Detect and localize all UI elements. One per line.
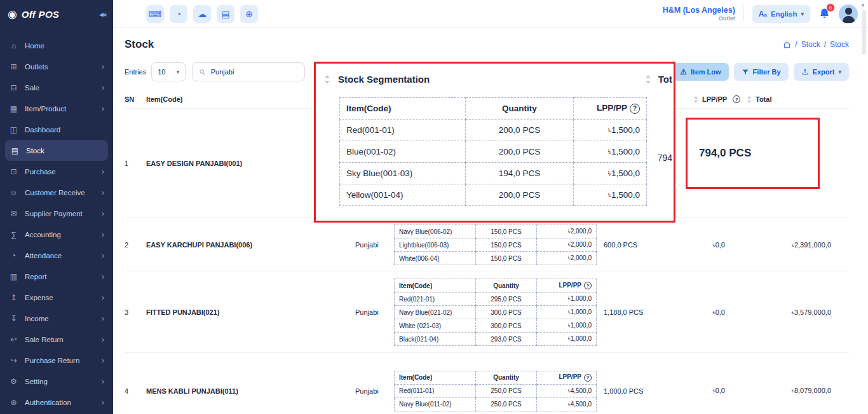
segment-item: Navy Blue(021-02) bbox=[395, 306, 476, 319]
segment-row: Blue(001-02)200,0 PCS৳1,500,0 bbox=[340, 141, 647, 163]
sidebar-item-sale[interactable]: ⊟Sale› bbox=[0, 77, 113, 98]
breadcrumb-stock[interactable]: Stock bbox=[801, 40, 820, 49]
sidebar: ⌂Home⊞Outlets›⊟Sale›▦Item/Product›◫Dashb… bbox=[0, 28, 113, 414]
home-icon[interactable] bbox=[783, 41, 791, 49]
category-cell: Punjabi bbox=[346, 241, 394, 249]
globe-icon: ⊕ bbox=[245, 9, 253, 19]
globe-button[interactable]: ⊕ bbox=[240, 5, 258, 23]
sidebar-item-label: Sale Return bbox=[25, 336, 64, 343]
outlet-name: H&M (Los Angeles) bbox=[663, 6, 735, 15]
clipped-total-header: Tot bbox=[658, 74, 672, 85]
chevron-right-icon: › bbox=[102, 293, 104, 301]
segmentation-cell: Item(Code)QuantityLPP/PP?Red(011-01)250,… bbox=[394, 371, 604, 411]
outlet-selector[interactable]: H&M (Los Angeles) Outlet bbox=[663, 6, 735, 22]
sidebar-item-accounting[interactable]: ∑Accounting› bbox=[0, 224, 113, 245]
customer-receive-icon: ☺ bbox=[9, 188, 18, 197]
top-bar: ◉ Off POS ◂≡ ⌨◔☁▤⊕ H&M (Los Angeles) Out… bbox=[0, 0, 868, 28]
segment-item: White (021-03) bbox=[395, 319, 476, 333]
export-button[interactable]: Export ▾ bbox=[794, 63, 849, 81]
entries-select[interactable]: 10 ▾ bbox=[151, 62, 186, 81]
scrollbar-up-arrow[interactable]: ▲ bbox=[860, 2, 865, 8]
outlet-label: Outlet bbox=[663, 15, 735, 22]
clock-button[interactable]: ◔ bbox=[170, 5, 187, 23]
total-cell: ৳2,391,000,0 bbox=[747, 241, 849, 249]
sidebar-item-item-product[interactable]: ▦Item/Product› bbox=[0, 98, 113, 119]
segment-lpp: ৳4,500,0 bbox=[537, 397, 597, 411]
segment-item: Yellow(001-04) bbox=[340, 184, 466, 206]
sidebar-item-dashboard[interactable]: ◫Dashboard bbox=[0, 119, 113, 140]
magnified-header: Stock Segmentation Tot bbox=[316, 64, 674, 85]
segment-quantity: 150,0 PCS bbox=[476, 252, 537, 265]
segment-quantity: 200,0 PCS bbox=[466, 120, 574, 141]
sidebar-collapse-icon[interactable]: ◂≡ bbox=[99, 10, 105, 19]
purchase-return-icon: ↪ bbox=[9, 356, 18, 365]
item-low-button[interactable]: ⚠ Item Low bbox=[672, 63, 728, 81]
sidebar-item-income[interactable]: ↧Income› bbox=[0, 308, 113, 329]
lpp-cell: ৳0,0 bbox=[683, 241, 747, 249]
sidebar-item-sale-return[interactable]: ↩Sale Return› bbox=[0, 329, 113, 350]
attendance-icon: ◔ bbox=[9, 251, 18, 260]
sidebar-item-expense[interactable]: ↥Expense› bbox=[0, 287, 113, 308]
col-header-lpp[interactable]: LPP/PP ? bbox=[683, 95, 747, 104]
segmentation-table: Navy Blue(006-02)150,0 PCS৳2,000,0Lightb… bbox=[394, 224, 597, 265]
segment-row: Navy Blue(006-02)150,0 PCS৳2,000,0 bbox=[395, 225, 597, 238]
language-selector[interactable]: Aa English ▾ bbox=[752, 5, 810, 23]
outlets-icon: ⊞ bbox=[9, 62, 18, 71]
sort-icon bbox=[325, 74, 332, 85]
seg-header-lpp: LPP/PP? bbox=[537, 371, 597, 384]
sidebar-item-label: Sale bbox=[25, 84, 39, 92]
segment-row: White (021-03)300,0 PCS৳1,000,0 bbox=[395, 319, 597, 333]
segment-quantity: 293,0 PCS bbox=[476, 333, 537, 346]
segment-row: Yellow(001-04)200,0 PCS৳1,500,0 bbox=[340, 184, 647, 206]
seg-header-lpp: LPP/PP? bbox=[574, 98, 647, 120]
segment-item: Black(021-04) bbox=[395, 333, 476, 346]
clipped-row-total: 794 bbox=[658, 153, 672, 163]
sidebar-item-customer-receive[interactable]: ☺Customer Receive› bbox=[0, 182, 113, 203]
seg-header-quantity: Quantity bbox=[466, 98, 574, 120]
chevron-right-icon: › bbox=[102, 104, 104, 113]
keyboard-button[interactable]: ⌨ bbox=[146, 5, 164, 23]
user-avatar[interactable] bbox=[839, 4, 858, 24]
cloud-icon: ☁ bbox=[198, 9, 207, 19]
seg-header-item: Item(Code) bbox=[395, 279, 476, 293]
sidebar-item-purchase[interactable]: ⊡Purchase› bbox=[0, 161, 113, 182]
sidebar-item-report[interactable]: ▥Report› bbox=[0, 266, 113, 287]
segment-item: Red(001-01) bbox=[340, 120, 466, 141]
segment-item: Navy Blue(011-02) bbox=[395, 397, 476, 411]
total-cell: ৳3,579,000,0 bbox=[747, 308, 849, 317]
segmentation-cell: Navy Blue(006-02)150,0 PCS৳2,000,0Lightb… bbox=[394, 224, 604, 265]
scrollbar-thumb[interactable] bbox=[862, 10, 866, 55]
col-header-total[interactable]: Total bbox=[747, 95, 849, 104]
segment-item: Red(021-01) bbox=[395, 293, 476, 306]
cloud-button[interactable]: ☁ bbox=[193, 5, 211, 23]
chevron-right-icon: › bbox=[102, 356, 104, 364]
sidebar-item-stock[interactable]: ▤Stock bbox=[5, 140, 108, 161]
sidebar-item-label: Stock bbox=[26, 147, 44, 155]
filter-by-button[interactable]: Filter By bbox=[734, 63, 789, 81]
sidebar-item-home[interactable]: ⌂Home bbox=[0, 35, 113, 56]
segment-row: Red(021-01)295,0 PCS৳1,000,0 bbox=[395, 293, 597, 306]
sidebar-item-outlets[interactable]: ⊞Outlets› bbox=[0, 56, 113, 77]
col-header-sn[interactable]: SN bbox=[125, 95, 146, 103]
seg-header-item: Item(Code) bbox=[395, 371, 476, 384]
ledger-button[interactable]: ▤ bbox=[217, 5, 234, 23]
lpp-cell: ৳0,0 bbox=[683, 387, 747, 395]
sidebar-item-authentication[interactable]: ⊛Authentication› bbox=[0, 392, 113, 413]
segment-quantity: 250,0 PCS bbox=[476, 384, 537, 397]
sidebar-item-supplier-payment[interactable]: ✉Supplier Payment› bbox=[0, 203, 113, 224]
segment-quantity: 250,0 PCS bbox=[476, 397, 537, 411]
accounting-icon: ∑ bbox=[9, 230, 18, 239]
search-icon bbox=[199, 68, 206, 76]
notifications-button[interactable]: 0 bbox=[818, 8, 831, 20]
sort-icon bbox=[747, 95, 752, 104]
segment-row: Navy Blue(021-02)300,0 PCS৳1,000,0 bbox=[395, 306, 597, 319]
category-cell: Punjabi bbox=[346, 387, 394, 395]
sidebar-item-purchase-return[interactable]: ↪Purchase Return› bbox=[0, 350, 113, 371]
chevron-down-icon: ▾ bbox=[801, 11, 804, 17]
sidebar-item-setting[interactable]: ⚙Setting› bbox=[0, 371, 113, 392]
segment-lpp: ৳1,500,0 bbox=[574, 184, 647, 206]
search-input[interactable] bbox=[211, 68, 299, 76]
brand-area: ◉ Off POS ◂≡ bbox=[0, 0, 113, 28]
language-label: English bbox=[771, 10, 797, 18]
sidebar-item-attendance[interactable]: ◔Attendance› bbox=[0, 245, 113, 266]
